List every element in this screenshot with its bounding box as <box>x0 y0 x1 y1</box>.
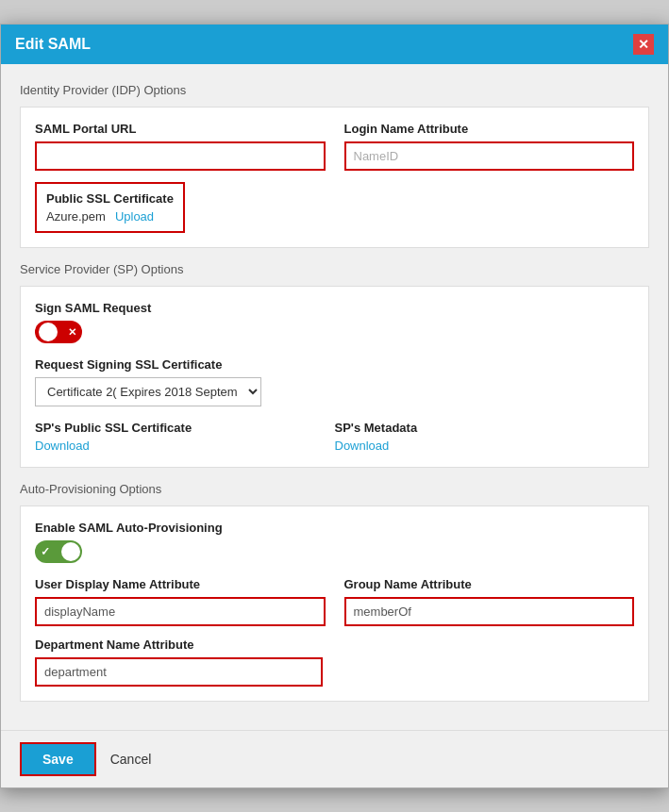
auto-provision-box: Enable SAML Auto-Provisioning ✓ User Dis… <box>20 505 649 702</box>
login-name-attribute-col: Login Name Attribute <box>344 122 635 171</box>
request-signing-ssl-row: Certificate 2( Expires 2018 September ) <box>35 377 634 406</box>
login-name-attribute-label: Login Name Attribute <box>344 122 635 136</box>
saml-portal-url-input[interactable] <box>35 141 326 171</box>
display-group-row: User Display Name Attribute Group Name A… <box>35 577 634 626</box>
public-ssl-cert-box: Public SSL Certificate Azure.pem Upload <box>35 182 185 233</box>
department-name-col: Department Name Attribute <box>35 638 323 687</box>
sp-metadata-label: SP's Metadata <box>335 421 635 435</box>
toggle-off-icon: ✕ <box>68 326 76 339</box>
toggle-on-knob <box>61 542 80 561</box>
enable-saml-toggle-container: ✓ <box>35 540 634 563</box>
request-signing-ssl-label: Request Signing SSL Certificate <box>35 357 634 372</box>
sp-public-ssl-download[interactable]: Download <box>35 439 90 453</box>
idp-section-box: SAML Portal URL Login Name Attribute Pub… <box>20 107 649 248</box>
sp-public-ssl-label: SP's Public SSL Certificate <box>35 421 335 435</box>
sp-public-ssl-col: SP's Public SSL Certificate Download <box>35 421 335 453</box>
department-name-label: Department Name Attribute <box>35 638 323 652</box>
sign-saml-toggle[interactable]: ✕ <box>35 321 82 343</box>
close-button[interactable]: ✕ <box>633 34 654 55</box>
sp-section-box: Sign SAML Request ✕ Request Signing SSL … <box>20 286 649 468</box>
edit-saml-modal: Edit SAML ✕ Identity Provider (IDP) Opti… <box>0 24 669 788</box>
user-display-name-col: User Display Name Attribute <box>35 577 326 626</box>
modal-header: Edit SAML ✕ <box>1 25 668 64</box>
login-name-attribute-input[interactable] <box>344 141 635 171</box>
request-signing-ssl-select[interactable]: Certificate 2( Expires 2018 September ) <box>35 377 261 406</box>
cert-row: Azure.pem Upload <box>46 209 174 224</box>
sign-saml-label: Sign SAML Request <box>35 301 634 315</box>
user-display-name-input[interactable] <box>35 597 326 626</box>
modal-title: Edit SAML <box>15 36 91 53</box>
modal-body: Identity Provider (IDP) Options SAML Por… <box>1 64 668 730</box>
enable-saml-toggle[interactable]: ✓ <box>35 540 82 563</box>
upload-link[interactable]: Upload <box>115 209 154 224</box>
group-name-label: Group Name Attribute <box>344 577 635 591</box>
cert-filename: Azure.pem <box>46 209 106 224</box>
toggle-on-icon: ✓ <box>41 545 50 558</box>
sp-section-title: Service Provider (SP) Options <box>20 262 649 276</box>
enable-saml-label: Enable SAML Auto-Provisioning <box>35 521 634 535</box>
sign-saml-toggle-container: ✕ <box>35 321 634 343</box>
sp-links-row: SP's Public SSL Certificate Download SP'… <box>35 421 634 453</box>
modal-footer: Save Cancel <box>1 730 668 787</box>
group-name-input[interactable] <box>344 597 635 626</box>
public-ssl-cert-label: Public SSL Certificate <box>46 191 174 206</box>
cancel-button[interactable]: Cancel <box>110 752 152 767</box>
department-name-input[interactable] <box>35 657 323 687</box>
toggle-knob <box>39 323 58 341</box>
user-display-name-label: User Display Name Attribute <box>35 577 326 591</box>
idp-top-row: SAML Portal URL Login Name Attribute <box>35 122 634 171</box>
sp-metadata-download[interactable]: Download <box>335 439 390 453</box>
idp-section-title: Identity Provider (IDP) Options <box>20 83 649 97</box>
group-name-col: Group Name Attribute <box>344 577 635 626</box>
sp-metadata-col: SP's Metadata Download <box>335 421 635 453</box>
save-button[interactable]: Save <box>20 742 96 776</box>
saml-portal-url-label: SAML Portal URL <box>35 122 326 136</box>
saml-portal-url-col: SAML Portal URL <box>35 122 326 171</box>
auto-provision-title: Auto-Provisioning Options <box>20 482 649 496</box>
